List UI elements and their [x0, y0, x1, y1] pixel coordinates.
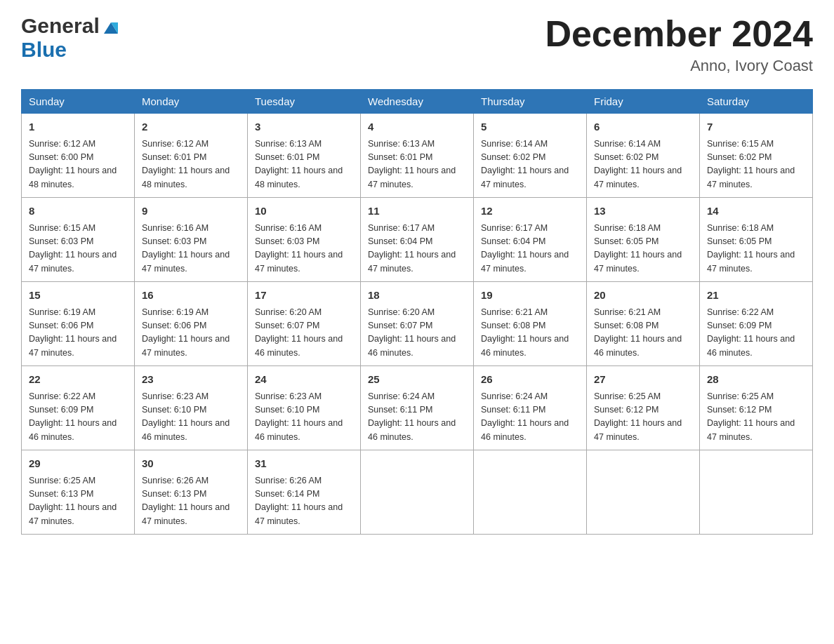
day-number: 11	[368, 203, 466, 220]
day-number: 2	[142, 119, 240, 135]
day-number: 15	[29, 288, 127, 304]
table-row	[700, 450, 813, 535]
day-number: 28	[707, 372, 805, 388]
day-number: 4	[368, 119, 466, 135]
day-info: Sunrise: 6:15 AMSunset: 6:02 PMDaylight:…	[707, 137, 805, 192]
day-info: Sunrise: 6:26 AMSunset: 6:14 PMDaylight:…	[255, 474, 353, 529]
day-info: Sunrise: 6:19 AMSunset: 6:06 PMDaylight:…	[29, 306, 127, 361]
header-thursday: Thursday	[474, 90, 587, 114]
table-row: 17Sunrise: 6:20 AMSunset: 6:07 PMDayligh…	[248, 282, 361, 366]
table-row: 21Sunrise: 6:22 AMSunset: 6:09 PMDayligh…	[700, 282, 813, 366]
table-row: 25Sunrise: 6:24 AMSunset: 6:11 PMDayligh…	[361, 366, 474, 450]
day-number: 16	[142, 288, 240, 304]
day-info: Sunrise: 6:17 AMSunset: 6:04 PMDaylight:…	[368, 222, 466, 276]
calendar-week-row: 15Sunrise: 6:19 AMSunset: 6:06 PMDayligh…	[22, 282, 813, 366]
day-info: Sunrise: 6:19 AMSunset: 6:06 PMDaylight:…	[142, 306, 240, 361]
day-number: 27	[594, 372, 692, 388]
day-info: Sunrise: 6:21 AMSunset: 6:08 PMDaylight:…	[481, 306, 579, 361]
day-info: Sunrise: 6:13 AMSunset: 6:01 PMDaylight:…	[255, 137, 353, 192]
day-number: 5	[481, 119, 579, 135]
header-friday: Friday	[587, 90, 700, 114]
table-row: 9Sunrise: 6:16 AMSunset: 6:03 PMDaylight…	[135, 198, 248, 282]
day-info: Sunrise: 6:20 AMSunset: 6:07 PMDaylight:…	[368, 306, 466, 361]
logo-blue-text: Blue	[21, 38, 67, 61]
table-row: 6Sunrise: 6:14 AMSunset: 6:02 PMDaylight…	[587, 114, 700, 198]
table-row: 30Sunrise: 6:26 AMSunset: 6:13 PMDayligh…	[135, 450, 248, 535]
day-number: 30	[142, 456, 240, 472]
table-row: 10Sunrise: 6:16 AMSunset: 6:03 PMDayligh…	[248, 198, 361, 282]
table-row: 23Sunrise: 6:23 AMSunset: 6:10 PMDayligh…	[135, 366, 248, 450]
day-info: Sunrise: 6:13 AMSunset: 6:01 PMDaylight:…	[368, 137, 466, 192]
day-number: 3	[255, 119, 353, 135]
table-row: 4Sunrise: 6:13 AMSunset: 6:01 PMDaylight…	[361, 114, 474, 198]
table-row: 8Sunrise: 6:15 AMSunset: 6:03 PMDaylight…	[22, 198, 135, 282]
day-number: 31	[255, 456, 353, 472]
day-number: 10	[255, 203, 353, 220]
header-tuesday: Tuesday	[248, 90, 361, 114]
day-number: 7	[707, 119, 805, 135]
day-info: Sunrise: 6:12 AMSunset: 6:01 PMDaylight:…	[142, 137, 240, 192]
table-row: 15Sunrise: 6:19 AMSunset: 6:06 PMDayligh…	[22, 282, 135, 366]
day-number: 21	[707, 288, 805, 304]
day-number: 9	[142, 203, 240, 220]
header-wednesday: Wednesday	[361, 90, 474, 114]
day-number: 26	[481, 372, 579, 388]
header-sunday: Sunday	[22, 90, 135, 114]
day-info: Sunrise: 6:18 AMSunset: 6:05 PMDaylight:…	[707, 222, 805, 276]
calendar-location: Anno, Ivory Coast	[545, 57, 813, 75]
day-info: Sunrise: 6:16 AMSunset: 6:03 PMDaylight:…	[142, 222, 240, 276]
day-info: Sunrise: 6:25 AMSunset: 6:12 PMDaylight:…	[707, 390, 805, 445]
day-info: Sunrise: 6:15 AMSunset: 6:03 PMDaylight:…	[29, 222, 127, 276]
title-area: December 2024 Anno, Ivory Coast	[545, 14, 813, 75]
table-row: 22Sunrise: 6:22 AMSunset: 6:09 PMDayligh…	[22, 366, 135, 450]
day-number: 23	[142, 372, 240, 388]
day-info: Sunrise: 6:24 AMSunset: 6:11 PMDaylight:…	[481, 390, 579, 445]
day-info: Sunrise: 6:12 AMSunset: 6:00 PMDaylight:…	[29, 137, 127, 192]
day-info: Sunrise: 6:22 AMSunset: 6:09 PMDaylight:…	[707, 306, 805, 361]
day-number: 13	[594, 203, 692, 220]
table-row: 28Sunrise: 6:25 AMSunset: 6:12 PMDayligh…	[700, 366, 813, 450]
table-row: 11Sunrise: 6:17 AMSunset: 6:04 PMDayligh…	[361, 198, 474, 282]
day-info: Sunrise: 6:26 AMSunset: 6:13 PMDaylight:…	[142, 474, 240, 529]
calendar-title: December 2024	[545, 14, 813, 54]
table-row: 7Sunrise: 6:15 AMSunset: 6:02 PMDaylight…	[700, 114, 813, 198]
day-info: Sunrise: 6:23 AMSunset: 6:10 PMDaylight:…	[255, 390, 353, 445]
table-row: 27Sunrise: 6:25 AMSunset: 6:12 PMDayligh…	[587, 366, 700, 450]
day-info: Sunrise: 6:14 AMSunset: 6:02 PMDaylight:…	[481, 137, 579, 192]
calendar-week-row: 1Sunrise: 6:12 AMSunset: 6:00 PMDaylight…	[22, 114, 813, 198]
day-info: Sunrise: 6:14 AMSunset: 6:02 PMDaylight:…	[594, 137, 692, 192]
table-row: 20Sunrise: 6:21 AMSunset: 6:08 PMDayligh…	[587, 282, 700, 366]
day-number: 12	[481, 203, 579, 220]
day-info: Sunrise: 6:24 AMSunset: 6:11 PMDaylight:…	[368, 390, 466, 445]
day-info: Sunrise: 6:25 AMSunset: 6:12 PMDaylight:…	[594, 390, 692, 445]
day-number: 18	[368, 288, 466, 304]
day-info: Sunrise: 6:23 AMSunset: 6:10 PMDaylight:…	[142, 390, 240, 445]
day-number: 29	[29, 456, 127, 472]
calendar-table: Sunday Monday Tuesday Wednesday Thursday…	[21, 89, 813, 535]
page-header: General Blue December 2024 Anno, Ivory C…	[21, 14, 813, 75]
day-number: 8	[29, 203, 127, 220]
table-row: 16Sunrise: 6:19 AMSunset: 6:06 PMDayligh…	[135, 282, 248, 366]
logo: General Blue	[21, 14, 121, 62]
logo-triangle-icon	[101, 17, 121, 36]
table-row	[587, 450, 700, 535]
day-info: Sunrise: 6:17 AMSunset: 6:04 PMDaylight:…	[481, 222, 579, 276]
day-number: 19	[481, 288, 579, 304]
table-row: 13Sunrise: 6:18 AMSunset: 6:05 PMDayligh…	[587, 198, 700, 282]
day-number: 25	[368, 372, 466, 388]
calendar-week-row: 8Sunrise: 6:15 AMSunset: 6:03 PMDaylight…	[22, 198, 813, 282]
table-row: 3Sunrise: 6:13 AMSunset: 6:01 PMDaylight…	[248, 114, 361, 198]
table-row: 12Sunrise: 6:17 AMSunset: 6:04 PMDayligh…	[474, 198, 587, 282]
table-row: 18Sunrise: 6:20 AMSunset: 6:07 PMDayligh…	[361, 282, 474, 366]
day-info: Sunrise: 6:21 AMSunset: 6:08 PMDaylight:…	[594, 306, 692, 361]
header-saturday: Saturday	[700, 90, 813, 114]
table-row	[474, 450, 587, 535]
table-row: 31Sunrise: 6:26 AMSunset: 6:14 PMDayligh…	[248, 450, 361, 535]
day-number: 22	[29, 372, 127, 388]
table-row: 19Sunrise: 6:21 AMSunset: 6:08 PMDayligh…	[474, 282, 587, 366]
day-info: Sunrise: 6:16 AMSunset: 6:03 PMDaylight:…	[255, 222, 353, 276]
day-number: 6	[594, 119, 692, 135]
table-row: 5Sunrise: 6:14 AMSunset: 6:02 PMDaylight…	[474, 114, 587, 198]
table-row: 24Sunrise: 6:23 AMSunset: 6:10 PMDayligh…	[248, 366, 361, 450]
table-row: 2Sunrise: 6:12 AMSunset: 6:01 PMDaylight…	[135, 114, 248, 198]
